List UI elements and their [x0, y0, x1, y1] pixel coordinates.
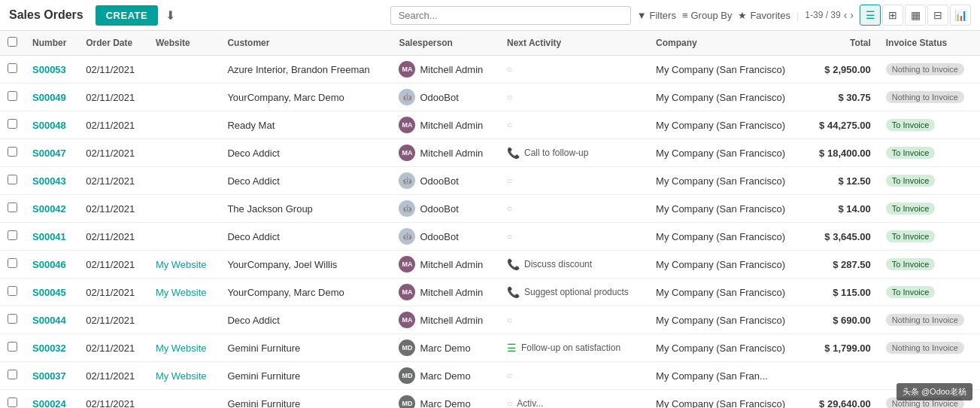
circle-icon: ○ — [507, 92, 512, 102]
download-icon[interactable]: ⬇ — [165, 8, 175, 23]
company-name: My Company (San Francisco) — [648, 334, 806, 362]
row-checkbox[interactable] — [8, 397, 17, 407]
table-row: S0002402/11/2021Gemini Furniture MD Marc… — [0, 390, 980, 409]
website-empty — [148, 139, 220, 167]
order-number[interactable]: S00044 — [32, 315, 66, 326]
groupby-button[interactable]: ≡ Group By — [682, 10, 733, 21]
salesperson-cell: MA Mitchell Admin — [399, 117, 492, 133]
company-name: My Company (San Francisco) — [648, 139, 806, 167]
col-next-activity[interactable]: Next Activity — [499, 31, 648, 56]
next-page-button[interactable]: › — [850, 9, 854, 21]
create-button[interactable]: CREATE — [96, 5, 158, 26]
salesperson-name: Mitchell Admin — [420, 120, 483, 131]
col-customer[interactable]: Customer — [220, 31, 391, 56]
col-total[interactable]: Total — [806, 31, 878, 56]
circle-icon: ○ — [507, 175, 512, 186]
graph-view-button[interactable]: 📊 — [950, 5, 971, 26]
order-total: $ 690.00 — [806, 306, 878, 334]
table-row: S0004302/11/2021Deco Addict 🤖 OdooBot ○ … — [0, 167, 980, 195]
website-link[interactable]: My Website — [156, 259, 207, 270]
list-view-button[interactable]: ☰ — [860, 5, 881, 26]
row-checkbox[interactable] — [8, 175, 17, 184]
order-number[interactable]: S00043 — [32, 175, 66, 187]
order-total: $ 29,640.00 — [806, 390, 878, 409]
row-checkbox[interactable] — [8, 119, 17, 129]
favorites-button[interactable]: ★ Favorites — [738, 10, 790, 21]
row-checkbox[interactable] — [8, 258, 17, 268]
select-all-header[interactable] — [0, 31, 25, 56]
order-number[interactable]: S00053 — [32, 64, 66, 75]
order-number[interactable]: S00049 — [32, 92, 66, 103]
order-number[interactable]: S00047 — [32, 148, 66, 159]
row-checkbox[interactable] — [8, 230, 17, 240]
filter-button[interactable]: ▼ Filters — [637, 10, 676, 21]
col-number[interactable]: Number — [25, 31, 78, 56]
table-row: S0004102/11/2021Deco Addict 🤖 OdooBot ○ … — [0, 223, 980, 251]
col-order-date[interactable]: Order Date — [78, 31, 148, 56]
activity-cell[interactable]: 📞 Discuss discount — [507, 258, 641, 270]
col-invoice-status[interactable]: Invoice Status — [878, 31, 980, 56]
grid-view-button[interactable]: ⊟ — [927, 5, 948, 26]
circle-icon: ○ — [507, 315, 512, 325]
company-name: My Company (San Francisco) — [648, 56, 806, 84]
avatar: MA — [399, 61, 415, 78]
order-number[interactable]: S00046 — [32, 259, 66, 270]
order-number[interactable]: S00024 — [32, 398, 66, 409]
salesperson-cell: 🤖 OdooBot — [399, 200, 492, 217]
row-checkbox[interactable] — [8, 370, 17, 379]
row-checkbox[interactable] — [8, 147, 17, 157]
watermark: 头条 @Odoo老杨 — [897, 383, 972, 400]
avatar: MD — [399, 367, 415, 384]
activity-cell[interactable]: ☰ Follow-up on satisfaction — [507, 342, 641, 354]
salesperson-name: Mitchell Admin — [420, 64, 483, 75]
invoice-status-badge: Nothing to Invoice — [886, 63, 964, 75]
table-row: S0004402/11/2021Deco Addict MA Mitchell … — [0, 306, 980, 334]
website-link[interactable]: My Website — [156, 370, 207, 382]
order-number[interactable]: S00032 — [32, 343, 66, 354]
order-total: $ 18,400.00 — [806, 139, 878, 167]
kanban-view-button[interactable]: ⊞ — [882, 5, 903, 26]
select-all-checkbox[interactable] — [8, 37, 17, 47]
website-empty — [148, 111, 220, 139]
order-number[interactable]: S00037 — [32, 370, 66, 382]
circle-icon: ○ — [507, 120, 512, 130]
order-number[interactable]: S00042 — [32, 203, 66, 215]
row-checkbox[interactable] — [8, 91, 17, 101]
customer-name: Gemini Furniture — [220, 390, 391, 409]
phone-icon: 📞 — [507, 286, 520, 298]
row-checkbox[interactable] — [8, 342, 17, 352]
order-number[interactable]: S00045 — [32, 287, 66, 298]
table-row: S0004202/11/2021The Jackson Group 🤖 Odoo… — [0, 195, 980, 223]
order-number[interactable]: S00041 — [32, 231, 66, 242]
col-company[interactable]: Company — [648, 31, 806, 56]
col-salesperson[interactable]: Salesperson — [391, 31, 499, 56]
row-checkbox[interactable] — [8, 286, 17, 296]
activity-text: Follow-up on satisfaction — [521, 343, 620, 353]
salesperson-name: Mitchell Admin — [420, 287, 483, 298]
graph-view-icon: 📊 — [954, 9, 967, 21]
salesperson-name: Mitchell Admin — [420, 259, 483, 270]
salesperson-name: OdooBot — [420, 231, 458, 242]
order-number[interactable]: S00048 — [32, 120, 66, 131]
row-checkbox[interactable] — [8, 63, 17, 73]
activity-cell[interactable]: ○ Activ... — [507, 398, 641, 408]
calendar-view-button[interactable]: ▦ — [905, 5, 926, 26]
activity-cell[interactable]: 📞 Call to follow-up — [507, 147, 641, 159]
row-checkbox[interactable] — [8, 202, 17, 212]
company-name: My Company (San Francisco) — [648, 84, 806, 111]
activity-cell[interactable]: 📞 Suggest optional products — [507, 286, 641, 298]
website-link[interactable]: My Website — [156, 287, 207, 298]
company-name: My Company (San Francisco) — [648, 279, 806, 306]
favorites-label: Favorites — [750, 10, 790, 21]
order-date: 02/11/2021 — [78, 362, 148, 390]
company-name: My Company (San Francisco) — [648, 251, 806, 279]
prev-page-button[interactable]: ‹ — [844, 9, 848, 21]
order-date: 02/11/2021 — [78, 334, 148, 362]
website-link[interactable]: My Website — [156, 343, 207, 354]
salesperson-cell: 🤖 OdooBot — [399, 89, 492, 105]
company-name: My Company (San Francisco) — [648, 306, 806, 334]
col-website[interactable]: Website — [148, 31, 220, 56]
list-icon: ☰ — [507, 342, 517, 354]
search-input[interactable] — [390, 6, 631, 25]
row-checkbox[interactable] — [8, 314, 17, 324]
